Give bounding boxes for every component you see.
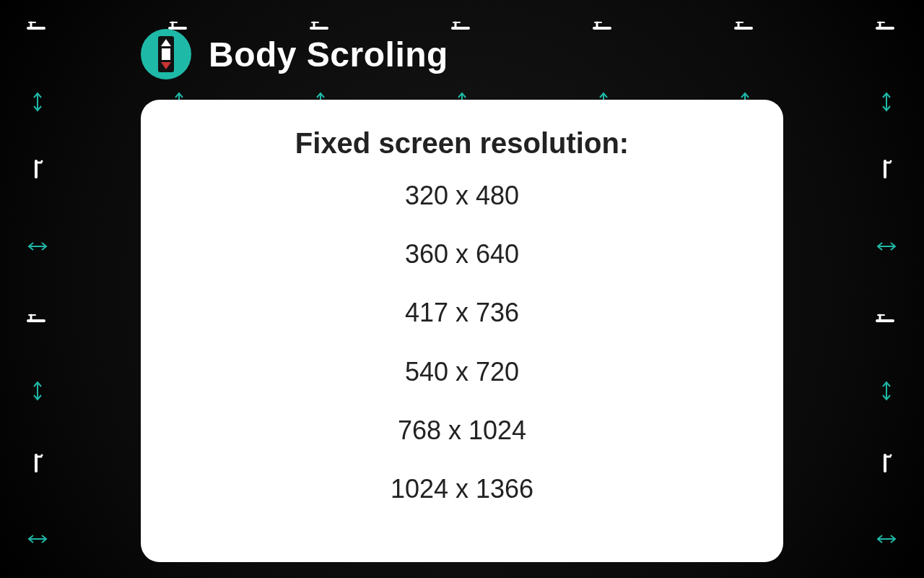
svg-point-86	[41, 454, 43, 457]
pipe-h-icon	[26, 307, 49, 330]
resolution-option[interactable]: 417 x 736	[170, 297, 754, 328]
arrows-v-icon	[875, 379, 898, 402]
scroll-icon	[141, 29, 191, 79]
pipe-h-icon	[733, 14, 757, 38]
arrows-h-icon	[26, 235, 49, 258]
pipe-h-icon	[26, 14, 49, 38]
resolution-list: 320 x 480 360 x 640 417 x 736 540 x 720 …	[170, 180, 754, 504]
pipe-v-icon	[26, 452, 49, 475]
svg-point-104	[890, 454, 892, 457]
pipe-h-icon	[592, 14, 615, 38]
resolution-option[interactable]: 320 x 480	[170, 180, 754, 211]
resolution-option[interactable]: 360 x 640	[170, 238, 754, 269]
pipe-v-icon	[875, 158, 898, 181]
resolution-card: Fixed screen resolution: 320 x 480 360 x…	[141, 100, 783, 562]
header: Body Scroling	[141, 29, 448, 79]
pipe-v-icon	[875, 452, 898, 475]
arrows-v-icon	[26, 90, 49, 113]
arrows-h-icon	[875, 527, 898, 551]
arrows-h-icon	[26, 527, 49, 551]
arrows-h-icon	[875, 235, 898, 258]
pipe-h-icon	[875, 14, 898, 38]
card-heading: Fixed screen resolution:	[170, 127, 754, 160]
svg-point-30	[41, 160, 43, 163]
pipe-h-icon	[875, 307, 898, 330]
arrows-v-icon	[875, 90, 898, 113]
resolution-option[interactable]: 540 x 720	[170, 356, 754, 387]
resolution-option[interactable]: 768 x 1024	[170, 415, 754, 446]
resolution-option[interactable]: 1024 x 1366	[170, 473, 754, 504]
pipe-v-icon	[26, 158, 49, 181]
pipe-h-icon	[450, 14, 474, 38]
arrows-v-icon	[26, 379, 49, 402]
svg-point-48	[890, 160, 892, 163]
page-title: Body Scroling	[209, 35, 448, 74]
